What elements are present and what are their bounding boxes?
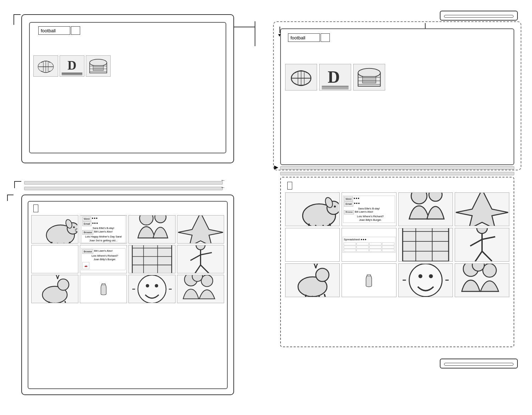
group-icon-right [455,263,509,297]
svg-point-27 [140,215,153,225]
search-input-left-top[interactable] [38,26,70,35]
desktop-grid-left: Word●●● Email●●● Sara Ellie's B-day! Bro… [31,215,224,303]
stadium-image-right [353,64,385,91]
couple-photo-right [398,192,453,226]
scrollbar-206[interactable] [24,187,223,190]
spreadsheet-icon-right [398,228,453,262]
svg-rect-29 [132,245,172,273]
spreadsheet-cell-right[interactable]: Spreadsheet●●● [342,228,396,262]
scoreboard-image: D [60,55,84,77]
stadium-image [86,55,111,77]
svg-point-69 [358,69,381,77]
right-top-screen: D [280,28,514,165]
left-bottom-device: Word●●● Email●●● Sara Ellie's B-day! Bro… [21,195,234,395]
image-grid-right-top: D [285,64,509,91]
svg-line-95 [474,251,482,262]
lineup-text-right [387,64,416,91]
lineup-text [112,55,137,77]
image-grid-left-top: D [33,55,222,77]
io-module-108-label [444,15,514,18]
notification-cell-left[interactable]: Word●●● Email●●● Sara Ellie's B-day! Bro… [80,215,127,244]
svg-line-46 [60,302,61,303]
football-image [33,55,58,77]
svg-rect-103 [367,274,371,276]
airplane-icon-left [177,215,224,244]
ice-label-left [80,275,127,303]
moose-icon-right [285,263,340,297]
svg-point-98 [316,268,329,282]
search-bar-right-top [285,33,509,42]
svg-line-96 [482,251,492,261]
social-network-app-left [31,245,78,273]
arrow-to-scrollbar: ▶ [274,164,278,170]
dancer-icon-right [455,228,509,262]
svg-point-81 [334,206,336,208]
svg-point-82 [411,192,427,204]
desktop-label-left [33,204,38,212]
moose-icon-left [31,275,78,303]
io-module-110-label [444,363,514,366]
ice-label-right [342,263,396,297]
arrow-right-down [279,27,280,33]
svg-point-112 [483,264,496,277]
svg-point-106 [429,274,433,278]
spreadsheet-cell-left[interactable]: BrowseBill Liam's Also! Lois Where's Ric… [80,245,127,273]
spreadsheet-icon-left [128,245,176,273]
svg-point-12 [90,59,107,66]
svg-point-43 [57,279,69,290]
connector-vertical [255,21,255,46]
right-bottom-screen: Word●●● Email●●● Sara Ellie's B-day! Bro… [280,177,514,347]
svg-point-51 [155,284,158,288]
svg-line-102 [324,294,327,297]
svg-text:D: D [328,67,340,86]
svg-point-58 [192,275,203,281]
scrollbar-202[interactable] [24,181,223,185]
result-desc-left-top [33,38,222,53]
svg-line-39 [201,252,212,255]
start-header-right [285,182,509,190]
ref-202-bracket [14,181,21,188]
svg-point-36 [196,245,205,250]
dancer-icon-left [177,245,224,273]
svg-point-104 [409,264,442,297]
computing-device-102-box [440,11,518,21]
notification-cell-right[interactable]: Word●●● Email●●● Sara Ellie's B-day! Bro… [342,192,396,226]
computing-device-104-box [440,359,518,368]
football-image-right [285,64,317,91]
svg-line-47 [65,301,67,303]
scoreboard-image-right: D [319,64,351,91]
search-bar-left-top [33,26,222,35]
svg-point-105 [418,274,422,278]
smiley-icon-left [128,275,176,303]
svg-point-28 [155,215,166,223]
search-icon-left-top[interactable] [71,26,80,35]
svg-point-91 [477,228,487,234]
smiley-icon-right [398,263,453,297]
airplane-icon-right [455,192,509,226]
search-input-right-top[interactable] [288,33,320,42]
svg-line-40 [194,265,200,273]
scrollbar-right-2[interactable] [280,172,514,175]
dog-icon-right[interactable] [285,192,340,226]
ref-200-bracket [13,14,21,25]
scrollbar-right-1[interactable] [280,166,514,170]
result-desc-right-top [285,45,509,61]
social-network-app-right [285,228,340,262]
left-top-device: D [21,14,234,163]
search-result-right-top [285,45,509,61]
svg-rect-84 [403,228,449,262]
dog-icon-left[interactable] [31,215,78,244]
svg-line-38 [190,255,201,260]
connector-arrow [234,27,255,27]
down-arrow: ▼ [277,33,282,38]
search-icon-right-top[interactable] [321,33,330,42]
svg-point-49 [138,275,166,303]
desktop-label-right [287,182,292,190]
search-result-left-top [33,38,222,53]
start-header-left [31,204,224,212]
svg-point-50 [146,284,149,288]
ref-204-bracket [7,195,13,201]
svg-line-101 [319,296,321,297]
svg-line-94 [482,237,495,239]
svg-rect-48 [102,284,105,285]
